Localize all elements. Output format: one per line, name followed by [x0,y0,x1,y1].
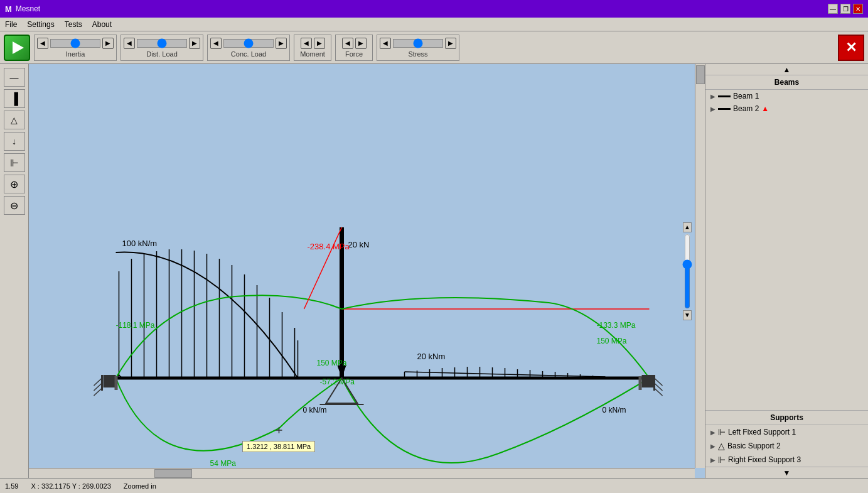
supports-header: Supports [705,410,868,425]
scroll-thumb-v[interactable] [696,65,705,84]
minimize-button[interactable]: — [828,4,838,14]
zoom-status: Zoomed in [124,482,156,490]
dist-load-label: Dist. Load [146,50,178,58]
moment-right-arrow[interactable]: ▶ [314,38,325,49]
svg-rect-47 [115,376,118,390]
menu-settings[interactable]: Settings [22,19,59,30]
support1-icon: ⊩ [718,427,726,437]
lt-hatch-button[interactable]: ▐ [4,89,25,108]
close-button[interactable]: ✕ [853,4,863,14]
inertia-right-arrow[interactable]: ▶ [102,38,114,49]
lt-zoom-in-button[interactable]: ⊕ [4,175,25,193]
menu-bar: File Settings Tests About [0,18,868,31]
support3-arrow: ▶ [710,457,715,463]
close-x-button[interactable]: ✕ [838,35,864,61]
canvas-svg: 100 kN/m 20 kNm 0 kN/m 0 kN/m 20 kN -118… [29,64,705,478]
support2-arrow: ▶ [710,443,715,450]
lt-load-button[interactable]: ↓ [4,132,25,151]
restore-button[interactable]: ❐ [840,4,850,14]
conc-load-right-arrow[interactable]: ▶ [276,38,287,49]
inertia-left-arrow[interactable]: ◀ [37,38,48,49]
svg-line-41 [304,227,342,309]
scroll-thumb-h[interactable] [154,469,192,478]
zoom-level: 1.59 [5,482,18,490]
title-bar-left: M Mesnet [5,4,40,14]
menu-about[interactable]: About [87,19,117,30]
zoom-down-button[interactable]: ▼ [683,310,692,320]
conc-load-slider[interactable] [223,39,274,48]
lt-zoom-out-button[interactable]: ⊖ [4,196,25,215]
dist-load-right-arrow[interactable]: ▶ [189,38,200,49]
menu-file[interactable]: File [0,19,22,30]
lt-distload-button[interactable]: ⊩ [4,153,25,172]
zoom-slider[interactable] [682,234,692,309]
supports-list: ▶ ⊩ Left Fixed Support 1 ▶ △ Basic Suppo… [705,425,868,467]
label-zero-right: 0 kN/m [603,406,626,414]
support2-label: Basic Support 2 [727,442,781,450]
beam2-icon [718,108,731,110]
beam2-label: Beam 2 [733,104,759,113]
label-zero-left: 0 kN/m [303,406,327,414]
stress-left-arrow[interactable]: ◀ [380,38,391,49]
label-stress-red-top: -238.4 MPa [308,242,350,251]
panel-scroll-down[interactable]: ▼ [705,467,868,478]
conc-load-tool: ◀ ▶ Conc. Load [207,35,290,61]
zoom-up-button[interactable]: ▲ [683,222,692,232]
left-toolbar: — ▐ △ ↓ ⊩ ⊕ ⊖ [0,64,29,478]
lt-support-button[interactable]: △ [4,111,25,129]
support3-label: Right Fixed Support 3 [728,455,801,464]
svg-rect-53 [639,376,642,390]
canvas-area[interactable]: 100 kN/m 20 kNm 0 kN/m 0 kN/m 20 kN -118… [29,64,705,478]
zoom-control: ▲ ▼ [682,222,692,320]
support3-item[interactable]: ▶ ⊩ Right Fixed Support 3 [705,453,868,467]
moment-left-arrow[interactable]: ◀ [301,38,312,49]
svg-rect-42 [104,375,116,387]
stress-tool: ◀ ▶ Stress [377,35,459,61]
scrollbar-horizontal[interactable] [29,468,695,478]
inertia-label: Inertia [66,50,85,58]
inertia-tool: ◀ ▶ Inertia [34,35,117,61]
beams-header: Beams [705,75,868,90]
conc-load-left-arrow[interactable]: ◀ [210,38,222,49]
label-dist-load-left: 100 kN/m [122,239,158,248]
dist-load-left-arrow[interactable]: ◀ [124,38,135,49]
label-stress-right2: 150 MPa [597,337,627,345]
dist-load-tool: ◀ ▶ Dist. Load [121,35,203,61]
title-bar-controls: — ❐ ✕ [828,4,863,14]
play-icon [13,41,24,54]
force-tool: ◀ ▶ Force [335,35,373,61]
force-left-arrow[interactable]: ◀ [342,38,353,49]
dist-load-slider[interactable] [137,39,187,48]
force-label: Force [345,50,363,58]
force-right-arrow[interactable]: ▶ [355,38,367,49]
beam2-item[interactable]: ▶ Beam 2 ▲ [705,102,868,115]
support3-icon: ⊩ [718,455,726,465]
beam1-arrow: ▶ [710,93,715,100]
play-button[interactable] [4,35,30,61]
beam2-arrow: ▶ [710,106,715,112]
stress-slider[interactable] [393,39,443,48]
support2-item[interactable]: ▶ △ Basic Support 2 [705,439,868,453]
support1-item[interactable]: ▶ ⊩ Left Fixed Support 1 [705,425,868,439]
app-title: Mesnet [16,4,40,13]
beam1-icon [718,95,731,97]
stress-right-arrow[interactable]: ▶ [445,38,456,49]
beams-list: ▶ Beam 1 ▶ Beam 2 ▲ [705,90,868,250]
support1-arrow: ▶ [710,429,715,436]
beam1-item[interactable]: ▶ Beam 1 [705,90,868,102]
label-stress-mid-left: 150 MPa [317,359,347,367]
scrollbar-vertical[interactable] [695,64,705,468]
support1-label: Left Fixed Support 1 [728,428,796,436]
lt-beam-button[interactable]: — [4,68,25,87]
support2-icon: △ [718,441,725,451]
beam2-warning-icon: ▲ [761,104,769,113]
label-stress-top-left: -118.1 MPa [116,321,155,330]
label-conc-load: 20 kN [348,240,370,249]
beam1-label: Beam 1 [733,92,759,100]
right-panel: ▲ Beams ▶ Beam 1 ▶ Beam 2 ▲ Supports ▶ ⊩… [705,64,868,478]
inertia-slider[interactable] [50,39,100,48]
label-stress-bottom-left: 54 MPa [210,459,237,468]
panel-scroll-up[interactable]: ▲ [705,64,868,75]
menu-tests[interactable]: Tests [60,19,87,30]
app-icon: M [5,4,12,14]
